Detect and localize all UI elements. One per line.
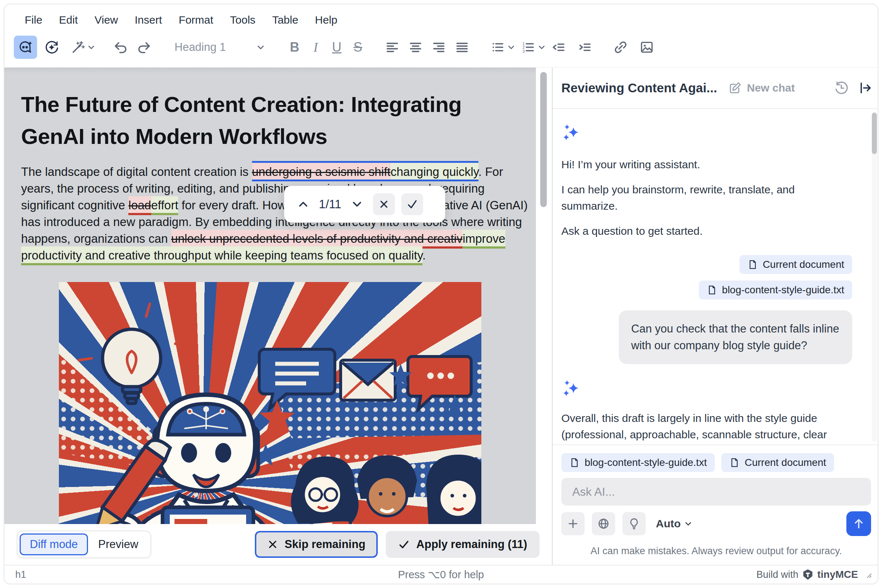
collapse-right-icon bbox=[858, 81, 873, 95]
menu-table[interactable]: Table bbox=[272, 14, 299, 26]
diff-mode-tab[interactable]: Diff mode bbox=[20, 534, 88, 555]
heading-dropdown-label: Heading 1 bbox=[174, 41, 226, 54]
composer-chip-style-guide[interactable]: blog-content-style-guide.txt bbox=[561, 453, 715, 472]
undo-button[interactable] bbox=[109, 36, 132, 59]
context-chip-current-document[interactable]: Current document bbox=[739, 255, 852, 274]
status-bar: h1 Press ⌥0 for help Build with tinyMCE bbox=[5, 565, 877, 584]
new-chat-button[interactable]: New chat bbox=[729, 81, 795, 94]
tinymce-branding[interactable]: Build with tinyMCE bbox=[756, 569, 873, 580]
chevron-up-icon bbox=[297, 198, 310, 210]
align-left-icon bbox=[385, 40, 399, 54]
chip-label: blog-content-style-guide.txt bbox=[722, 284, 844, 296]
chat-composer: blog-content-style-guide.txt Current doc… bbox=[553, 444, 878, 565]
previous-diff-button[interactable] bbox=[294, 195, 313, 214]
attach-button[interactable] bbox=[561, 512, 584, 535]
magic-wand-dropdown-chevron[interactable] bbox=[86, 36, 97, 59]
align-left-button[interactable] bbox=[381, 36, 404, 59]
outdent-button[interactable] bbox=[547, 36, 570, 59]
send-button[interactable] bbox=[846, 512, 871, 536]
menu-format[interactable]: Format bbox=[179, 14, 213, 26]
diff-insertion[interactable]: effort bbox=[151, 196, 179, 215]
reject-diff-button[interactable] bbox=[373, 194, 395, 215]
close-sidebar-button[interactable] bbox=[858, 81, 873, 95]
next-diff-button[interactable] bbox=[347, 195, 367, 214]
accept-diff-button[interactable] bbox=[401, 194, 423, 215]
bullet-list-icon bbox=[491, 40, 505, 54]
link-icon bbox=[613, 40, 628, 54]
model-mode-dropdown[interactable]: Auto bbox=[656, 518, 692, 530]
composer-chip-current-document[interactable]: Current document bbox=[721, 453, 834, 472]
redo-button[interactable] bbox=[132, 36, 156, 59]
heading-dropdown[interactable]: Heading 1 bbox=[168, 36, 272, 59]
indent-button[interactable] bbox=[573, 36, 597, 59]
chat-scrollbar-track[interactable] bbox=[872, 112, 877, 441]
paragraph-text: . bbox=[422, 249, 426, 262]
align-justify-icon bbox=[455, 40, 469, 54]
envelope bbox=[341, 360, 395, 400]
align-center-icon bbox=[409, 40, 422, 54]
editor-canvas[interactable]: The Future of Content Creation: Integrat… bbox=[5, 68, 536, 524]
document-icon bbox=[729, 458, 739, 468]
chip-label: Current document bbox=[763, 259, 844, 270]
apply-remaining-label: Apply remaining (11) bbox=[416, 538, 527, 551]
menu-tools[interactable]: Tools bbox=[230, 14, 255, 26]
ai-shortcuts-button[interactable] bbox=[40, 36, 63, 59]
undo-icon bbox=[113, 40, 128, 54]
ai-disclaimer: AI can make mistakes. Always review outp… bbox=[561, 546, 871, 557]
diff-insertion-selected[interactable]: changing quickly bbox=[391, 161, 478, 182]
menu-file[interactable]: File bbox=[25, 14, 42, 26]
diff-deletion[interactable]: unlock unprecedented levels of productiv… bbox=[171, 230, 463, 249]
align-center-button[interactable] bbox=[404, 36, 427, 59]
history-icon bbox=[834, 81, 849, 95]
document-title[interactable]: The Future of Content Creation: Integrat… bbox=[21, 88, 530, 153]
new-chat-label: New chat bbox=[747, 82, 795, 94]
image-button[interactable] bbox=[635, 36, 658, 59]
italic-button[interactable]: I bbox=[305, 36, 326, 59]
document-paragraph[interactable]: The landscape of digital content creatio… bbox=[21, 164, 536, 264]
document-image[interactable] bbox=[59, 282, 481, 524]
chip-label: blog-content-style-guide.txt bbox=[584, 457, 707, 468]
chevron-down-icon bbox=[351, 198, 363, 210]
numbered-list-chevron[interactable] bbox=[536, 36, 547, 59]
ai-sparkle-icon bbox=[561, 380, 852, 398]
menu-help[interactable]: Help bbox=[315, 14, 337, 26]
menu-view[interactable]: View bbox=[95, 14, 118, 26]
ask-ai-input[interactable] bbox=[561, 478, 871, 506]
preview-tab[interactable]: Preview bbox=[88, 534, 148, 555]
chat-history-button[interactable] bbox=[834, 81, 849, 95]
chat-title: Reviewing Content Agai... bbox=[561, 81, 717, 95]
menu-insert[interactable]: Insert bbox=[135, 14, 162, 26]
diff-counter: 1/11 bbox=[316, 197, 344, 211]
tinymce-app: File Edit View Insert Format Tools Table… bbox=[4, 4, 878, 584]
underline-button[interactable]: U bbox=[326, 36, 347, 59]
align-right-icon bbox=[432, 40, 446, 54]
bold-button[interactable]: B bbox=[284, 36, 305, 59]
align-justify-button[interactable] bbox=[451, 36, 474, 59]
redo-icon bbox=[137, 40, 151, 54]
ai-assistant-button[interactable] bbox=[14, 36, 37, 59]
document-icon bbox=[747, 260, 758, 270]
diff-deletion-selected[interactable]: undergoing a seismic shift bbox=[252, 161, 391, 182]
resize-handle[interactable] bbox=[864, 570, 873, 579]
menu-edit[interactable]: Edit bbox=[59, 14, 78, 26]
chat-scroll-area[interactable]: Hi! I’m your writing assistant. I can he… bbox=[553, 109, 878, 444]
context-chip-style-guide[interactable]: blog-content-style-guide.txt bbox=[699, 280, 852, 300]
chat-scrollbar-thumb[interactable] bbox=[872, 112, 877, 154]
align-right-button[interactable] bbox=[427, 36, 451, 59]
link-button[interactable] bbox=[609, 36, 632, 59]
paragraph-text: The landscape of digital content creatio… bbox=[21, 165, 252, 178]
suggestions-button[interactable] bbox=[622, 512, 646, 535]
editor-scrollbar-thumb[interactable] bbox=[540, 72, 547, 207]
diff-deletion[interactable]: load bbox=[128, 196, 151, 215]
skip-remaining-button[interactable]: Skip remaining bbox=[255, 531, 378, 558]
apply-remaining-button[interactable]: Apply remaining (11) bbox=[386, 531, 539, 558]
web-search-button[interactable] bbox=[592, 512, 615, 535]
editor-scrollbar-track[interactable] bbox=[536, 68, 552, 524]
editor-pane: The Future of Content Creation: Integrat… bbox=[5, 68, 552, 565]
menu-bar: File Edit View Insert Format Tools Table… bbox=[5, 4, 877, 27]
numbered-list-icon: 1 2 3 bbox=[521, 40, 535, 54]
document-icon bbox=[569, 458, 580, 468]
diff-action-bar: Diff mode Preview Skip remaining Apply r… bbox=[5, 524, 552, 565]
bullet-list-chevron[interactable] bbox=[506, 36, 517, 59]
strikethrough-button[interactable]: S bbox=[347, 36, 368, 59]
